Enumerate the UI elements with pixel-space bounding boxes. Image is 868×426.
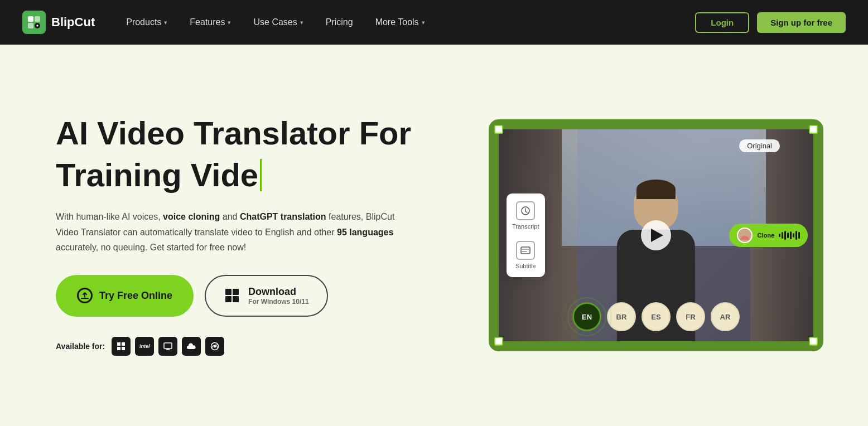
logo[interactable]: BlipCut bbox=[22, 11, 95, 34]
nav-pricing[interactable]: Pricing bbox=[317, 13, 362, 32]
nav-links: Products ▾ Features ▾ Use Cases ▾ Pricin… bbox=[117, 13, 433, 32]
brand-name: BlipCut bbox=[51, 15, 95, 30]
intel-platform-icon: intel bbox=[135, 337, 154, 356]
windows-platform-icon bbox=[112, 337, 131, 356]
nav-features[interactable]: Features ▾ bbox=[181, 13, 240, 32]
transcript-label: Transcript bbox=[512, 223, 539, 230]
svg-rect-8 bbox=[117, 342, 120, 346]
lang-pill-fr[interactable]: FR bbox=[676, 302, 705, 331]
hero-video-preview: Original Transcript bbox=[489, 119, 823, 351]
chevron-down-icon: ▾ bbox=[300, 19, 303, 26]
clone-label: Clone bbox=[757, 232, 774, 239]
nav-right: Login Sign up for free bbox=[695, 12, 846, 33]
svg-rect-9 bbox=[122, 342, 125, 346]
transcript-icon bbox=[516, 201, 535, 220]
hero-title-line1: AI Video Translator For bbox=[56, 115, 411, 152]
navbar: BlipCut Products ▾ Features ▾ Use Cases … bbox=[0, 0, 868, 45]
nav-more-tools[interactable]: More Tools ▾ bbox=[367, 13, 434, 32]
video-frame: Original Transcript bbox=[499, 129, 813, 341]
svg-rect-5 bbox=[233, 289, 239, 295]
download-text: Download For Windows 10/11 bbox=[248, 286, 309, 306]
hero-title-line2: Training Vide bbox=[56, 157, 411, 194]
voice-clone-badge: Clone bbox=[729, 224, 808, 247]
typing-cursor bbox=[260, 159, 262, 191]
hero-description: With human-like AI voices, voice cloning… bbox=[56, 209, 402, 255]
upload-icon bbox=[77, 288, 93, 303]
svg-rect-2 bbox=[28, 23, 33, 28]
svg-rect-16 bbox=[521, 247, 530, 254]
language-pills: EN BR ES FR AR bbox=[572, 302, 740, 331]
nav-use-cases[interactable]: Use Cases ▾ bbox=[244, 13, 312, 32]
subtitle-icon bbox=[516, 241, 535, 260]
play-icon bbox=[651, 229, 663, 242]
display-platform-icon bbox=[158, 337, 177, 356]
lang-pill-ar[interactable]: AR bbox=[711, 302, 740, 331]
ripple-2 bbox=[562, 292, 612, 341]
nav-left: BlipCut Products ▾ Features ▾ Use Cases … bbox=[22, 11, 434, 34]
resize-handle-tl bbox=[494, 125, 503, 134]
video-container: Original Transcript bbox=[489, 119, 823, 351]
logo-icon bbox=[22, 11, 46, 34]
nav-products[interactable]: Products ▾ bbox=[117, 13, 176, 32]
svg-rect-4 bbox=[225, 289, 232, 295]
lang-pill-es[interactable]: ES bbox=[642, 302, 671, 331]
subtitle-panel-item[interactable]: Subtitle bbox=[512, 241, 539, 269]
clone-avatar bbox=[737, 227, 753, 243]
side-panel: Transcript Subtitle bbox=[507, 193, 545, 277]
download-button[interactable]: Download For Windows 10/11 bbox=[205, 275, 328, 317]
original-label: Original bbox=[739, 139, 780, 152]
available-for: Available for: intel bbox=[56, 337, 411, 356]
svg-rect-1 bbox=[35, 16, 40, 22]
hero-section: AI Video Translator For Training Vide Wi… bbox=[0, 45, 868, 426]
login-button[interactable]: Login bbox=[695, 12, 749, 33]
chrome-platform-icon bbox=[205, 337, 224, 356]
play-button[interactable] bbox=[641, 220, 671, 250]
chevron-down-icon: ▾ bbox=[164, 19, 167, 26]
chevron-down-icon: ▾ bbox=[422, 19, 425, 26]
chevron-down-icon: ▾ bbox=[228, 19, 231, 26]
cloud-platform-icon bbox=[182, 337, 201, 356]
svg-rect-7 bbox=[233, 296, 239, 302]
subtitle-label: Subtitle bbox=[515, 263, 536, 269]
person-hair bbox=[636, 180, 676, 199]
svg-rect-6 bbox=[225, 296, 232, 302]
svg-rect-12 bbox=[164, 343, 172, 348]
try-free-button[interactable]: Try Free Online bbox=[56, 275, 194, 317]
resize-handle-bl bbox=[494, 337, 503, 346]
windows-icon bbox=[224, 287, 240, 304]
svg-rect-10 bbox=[117, 347, 120, 350]
transcript-panel-item[interactable]: Transcript bbox=[512, 201, 539, 230]
sound-wave-icon bbox=[779, 231, 800, 240]
svg-point-14 bbox=[214, 345, 216, 347]
en-lang-wrapper: EN bbox=[572, 302, 601, 331]
platform-icons: intel bbox=[112, 337, 224, 356]
svg-point-17 bbox=[742, 232, 747, 236]
hero-content: AI Video Translator For Training Vide Wi… bbox=[56, 115, 411, 356]
resize-handle-tr bbox=[809, 125, 818, 134]
resize-handle-br bbox=[809, 337, 818, 346]
svg-rect-0 bbox=[28, 16, 33, 22]
signup-button[interactable]: Sign up for free bbox=[757, 12, 846, 33]
hero-buttons: Try Free Online Download For Windows 10/… bbox=[56, 275, 411, 317]
hero-subtitle-dark: Training Vide bbox=[56, 157, 258, 194]
svg-rect-11 bbox=[122, 347, 125, 350]
